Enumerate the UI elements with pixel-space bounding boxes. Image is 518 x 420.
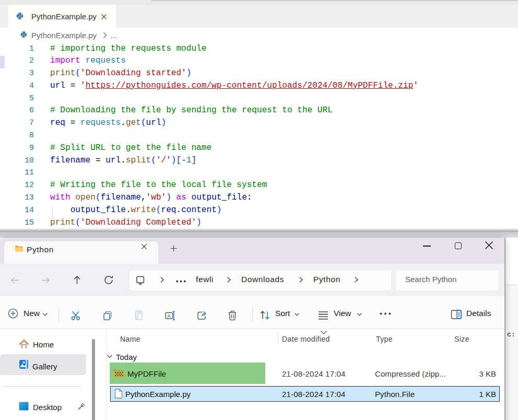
- svg-text:A: A: [167, 313, 171, 319]
